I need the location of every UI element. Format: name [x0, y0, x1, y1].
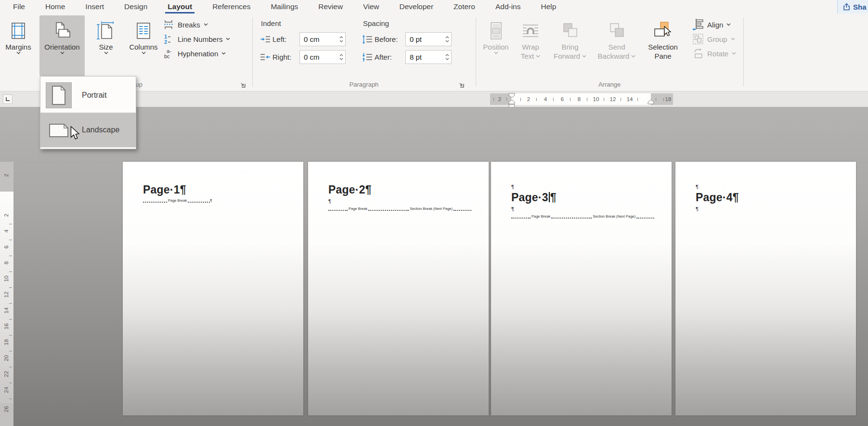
page-4[interactable]: ¶Page·4¶¶: [675, 162, 856, 415]
spinner-up-button[interactable]: [339, 36, 343, 39]
line-numbers-button[interactable]: 12Line Numbers: [160, 32, 233, 46]
svg-text:2: 2: [164, 39, 167, 45]
columns-icon: [134, 19, 153, 42]
after-input[interactable]: 8 pt: [405, 50, 452, 64]
mouse-cursor: [70, 126, 81, 140]
hyphenation-button[interactable]: a-bcHyphenation: [160, 46, 233, 61]
page-setup-buttons: MarginsOrientationSizeColumns: [2, 15, 160, 76]
tab-add-ins[interactable]: Add-ins: [485, 0, 531, 13]
spinner-up-button[interactable]: [445, 54, 449, 56]
tab-insert[interactable]: Insert: [75, 0, 114, 13]
rotate-icon: [692, 48, 704, 59]
orientation-dropdown-menu: PortraitLandscape: [40, 76, 136, 149]
spinner: [339, 36, 345, 42]
size-icon: [96, 19, 116, 42]
spacing-after-icon: [362, 52, 375, 62]
size-button[interactable]: Size: [90, 15, 122, 76]
right-input[interactable]: 0 cm: [299, 50, 346, 64]
tab-references[interactable]: References: [202, 0, 260, 13]
arrange-group-label: Arrange: [476, 81, 743, 88]
chevron-down-icon: [732, 52, 736, 55]
pilcrow-mark: ¶: [696, 183, 839, 190]
group-divider: [476, 17, 476, 87]
tab-review[interactable]: Review: [308, 0, 353, 13]
ribbon-tabs: FileHomeInsertDesignLayoutReferencesMail…: [0, 0, 566, 13]
orientation-icon: [52, 19, 72, 42]
position-icon: [486, 19, 505, 42]
pilcrow-mark: ¶: [210, 199, 212, 203]
share-button[interactable]: Sha: [837, 0, 868, 13]
selection-pane-button[interactable]: SelectionPane: [642, 15, 684, 76]
field-after: After:8 pt: [362, 50, 452, 64]
break-line: Page BreakSection Break (Next Page): [511, 215, 654, 219]
tab-home[interactable]: Home: [35, 0, 75, 13]
align-button[interactable]: Align: [689, 17, 739, 32]
pilcrow-mark: ¶: [328, 198, 471, 205]
spinner-up-button[interactable]: [339, 54, 343, 56]
before-input[interactable]: 0 pt: [405, 32, 452, 46]
page-1[interactable]: Page·1¶Page Break¶: [123, 162, 303, 415]
page-3[interactable]: ¶Page·3¶¶Page BreakSection Break (Next P…: [491, 162, 672, 415]
group-button: Group: [689, 32, 739, 46]
spinner: [445, 36, 451, 42]
tab-help[interactable]: Help: [531, 0, 566, 13]
chevron-down-icon: [104, 52, 108, 54]
page-2[interactable]: Page·2¶¶Page BreakSection Break (Next Pa…: [308, 162, 489, 415]
break-label: Page Break: [348, 207, 368, 211]
spacing-column: SpacingBefore:0 ptAfter:8 pt: [362, 19, 452, 68]
horizontal-ruler: 2246810121418: [490, 93, 673, 105]
chevron-down-icon: [142, 52, 146, 54]
orientation-menu-item-portrait[interactable]: Portrait: [40, 78, 136, 113]
pilcrow-mark: ¶: [696, 206, 839, 212]
left-input[interactable]: 0 cm: [299, 32, 346, 46]
chevron-down-icon: [226, 38, 230, 40]
group-icon: [692, 33, 704, 45]
right-indent-marker[interactable]: [648, 99, 654, 104]
first-line-indent-marker[interactable]: [508, 93, 515, 98]
tab-selector[interactable]: [3, 94, 13, 104]
share-label: Sha: [853, 3, 867, 11]
spinner-down-button[interactable]: [339, 58, 343, 60]
page-title: Page·3¶: [511, 191, 654, 204]
page-title: Page·2¶: [328, 183, 471, 196]
group-divider: [743, 17, 744, 87]
text-cursor: [549, 192, 550, 202]
pilcrow-mark: ¶: [511, 206, 654, 212]
spinner-down-button[interactable]: [445, 58, 449, 60]
breaks-button[interactable]: Breaks: [160, 17, 233, 32]
tab-design[interactable]: Design: [114, 0, 157, 13]
arrange-buttons: PositionWrapTextBringForwardSendBackward…: [479, 15, 684, 76]
chevron-down-icon: [536, 55, 540, 58]
breaks-icon: [163, 19, 174, 30]
spinner-down-button[interactable]: [445, 40, 449, 42]
tab-layout[interactable]: Layout: [157, 0, 202, 13]
orientation-button[interactable]: Orientation: [39, 15, 85, 76]
orientation-menu-item-landscape[interactable]: Landscape: [40, 113, 136, 147]
group-divider: [252, 17, 253, 87]
paragraph-group-label: Paragraph: [252, 81, 476, 88]
tab-developer[interactable]: Developer: [389, 0, 443, 13]
tab-zotero[interactable]: Zotero: [443, 0, 485, 13]
tab-view[interactable]: View: [353, 0, 389, 13]
columns-button[interactable]: Columns: [127, 15, 160, 76]
spacing-heading: Spacing: [362, 19, 452, 27]
indent-column: IndentLeft:0 cmRight:0 cm: [260, 19, 346, 68]
position-button: Position: [479, 15, 512, 76]
tab-file[interactable]: File: [3, 0, 35, 13]
spinner-up-button[interactable]: [445, 36, 449, 39]
paragraph-dialog-launcher[interactable]: [458, 81, 465, 88]
document-area: Page·1¶Page Break¶Page·2¶¶Page BreakSect…: [0, 107, 868, 426]
page-title: Page·4¶: [696, 191, 839, 204]
margins-button[interactable]: Margins: [2, 15, 35, 76]
left-tab-icon: [4, 96, 11, 103]
field-right: Right:0 cm: [260, 50, 346, 64]
margins-icon: [9, 19, 28, 42]
page-setup-dialog-launcher[interactable]: [240, 81, 246, 88]
svg-text:bc: bc: [164, 53, 170, 59]
break-line: Page BreakSection Break (Next Page): [328, 207, 471, 211]
chevron-down-icon: [60, 52, 65, 54]
spinner-down-button[interactable]: [339, 40, 343, 42]
selection-pane-icon: [653, 19, 673, 42]
send-backward-icon: [607, 19, 626, 42]
tab-mailings[interactable]: Mailings: [260, 0, 308, 13]
